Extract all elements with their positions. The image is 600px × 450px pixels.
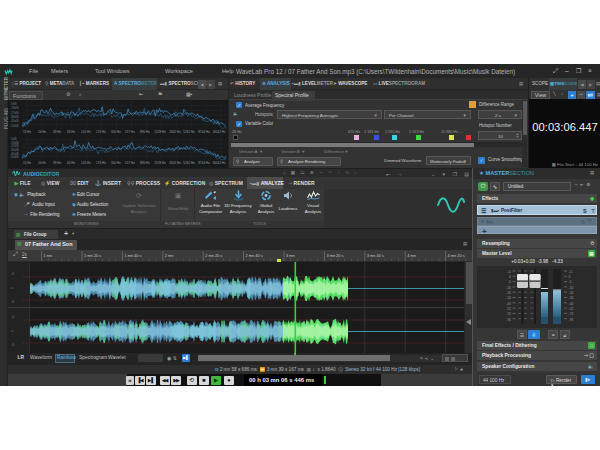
svg-text:0: 0	[569, 275, 571, 279]
svg-text:-52: -52	[569, 307, 574, 311]
svg-text:-10: -10	[506, 286, 511, 290]
svg-text:2 mn 20 s: 2 mn 20 s	[205, 253, 222, 258]
svg-text:-40: -40	[569, 302, 574, 306]
svg-text:2 mn: 2 mn	[165, 253, 174, 258]
svg-text:1 mn 40 s: 1 mn 40 s	[124, 253, 141, 258]
svg-text:-24: -24	[506, 296, 511, 300]
svg-text:3 mn 20 s: 3 mn 20 s	[326, 253, 343, 258]
svg-text:-16: -16	[569, 291, 574, 295]
svg-text:-96: -96	[569, 318, 574, 322]
svg-text:+5: +5	[507, 270, 511, 274]
svg-text:-72: -72	[569, 312, 574, 316]
svg-text:-24: -24	[569, 296, 574, 300]
svg-text:4 mn 20 s: 4 mn 20 s	[448, 253, 465, 258]
svg-text:4 mn: 4 mn	[407, 253, 416, 258]
svg-text:3 mn: 3 mn	[286, 253, 295, 258]
svg-text:-40: -40	[506, 302, 511, 306]
svg-text:1 mn 20 s: 1 mn 20 s	[84, 253, 101, 258]
svg-text:0: 0	[509, 275, 511, 279]
svg-text:1 mn: 1 mn	[44, 253, 53, 258]
svg-text:+5: +5	[569, 270, 573, 274]
svg-text:-5: -5	[569, 280, 572, 284]
svg-text:3 mn 40 s: 3 mn 40 s	[367, 253, 384, 258]
svg-text:2 mn 40 s: 2 mn 40 s	[246, 253, 263, 258]
svg-text:-96: -96	[506, 318, 511, 322]
svg-text:-5: -5	[508, 280, 511, 284]
svg-text:-72: -72	[506, 312, 511, 316]
svg-text:-16: -16	[506, 291, 511, 295]
svg-text:-52: -52	[506, 307, 511, 311]
svg-text:-10: -10	[569, 286, 574, 290]
